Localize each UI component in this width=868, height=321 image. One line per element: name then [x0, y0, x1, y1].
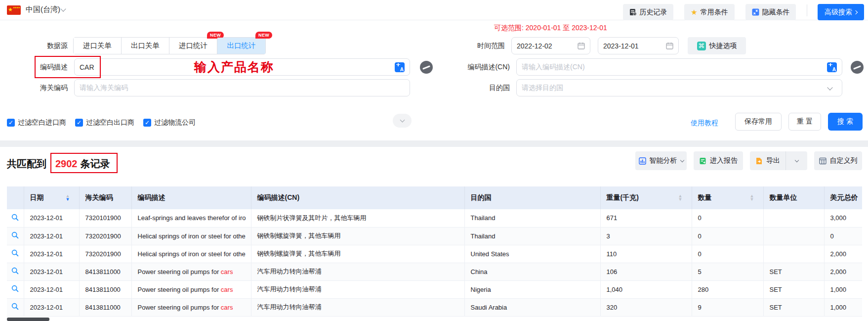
row-detail-cell[interactable]	[7, 227, 24, 245]
table-row: 2023-12-01 8413811000 Power steering oil…	[7, 280, 862, 298]
sort-date[interactable]: ▲▼	[66, 194, 70, 201]
magnifier-icon[interactable]	[11, 214, 19, 221]
magnifier-icon[interactable]	[11, 267, 19, 275]
results-count-prefix: 共匹配到	[7, 157, 46, 171]
cell-dest: Nigeria	[464, 280, 600, 298]
cell-total: 2,000	[824, 263, 862, 280]
cell-desc: Leaf-springs and leaves therefor of iro	[131, 209, 251, 227]
cell-weight: 671	[600, 209, 692, 227]
tab-import-declarations[interactable]: 进口关单	[74, 38, 122, 54]
exclude-icon[interactable]	[420, 61, 433, 74]
chevron-down-icon[interactable]	[60, 6, 66, 11]
cell-desc: Power steering oil pumps for cars	[131, 298, 251, 316]
star-icon: ★	[691, 8, 697, 16]
code-desc-cn-input[interactable]: 请输入编码描述(CN) A	[516, 58, 842, 76]
hs-code-placeholder: 请输入海关编码	[80, 84, 128, 92]
results-table: 日期 ▲▼ 海关编码 编码描述 编码描述(CN) 目的国 重量(千克) ▲▼ 数…	[7, 186, 862, 317]
quick-options-button[interactable]: ⌘ 快捷选项	[688, 37, 746, 54]
row-detail-cell[interactable]	[7, 245, 24, 263]
checkbox-checked-icon[interactable]: ✓	[7, 119, 15, 127]
start-date-input[interactable]: 2022-12-02	[511, 37, 590, 54]
cell-dest: Thailand	[464, 209, 600, 227]
smart-analysis-label: 智能分析	[650, 156, 677, 165]
enter-report-button[interactable]: 进入报告	[694, 151, 743, 170]
tab-export-declarations[interactable]: 出口关单	[122, 38, 169, 54]
results-count-suffix: 条记录	[81, 158, 110, 169]
annotation-enter-product-name: 输入产品名称	[194, 59, 274, 75]
cell-unit	[763, 209, 824, 227]
cell-desc: Power steering oil pumps for cars	[131, 280, 251, 298]
row-detail-cell[interactable]	[7, 298, 24, 316]
checkbox-checked-icon[interactable]: ✓	[75, 119, 83, 127]
cell-hs-code: 8413811000	[79, 298, 131, 316]
magnifier-icon[interactable]	[11, 285, 19, 292]
cell-qty: 280	[692, 280, 763, 298]
table-header: 日期 ▲▼ 海关编码 编码描述 编码描述(CN) 目的国 重量(千克) ▲▼ 数…	[7, 186, 862, 209]
customize-columns-button[interactable]: 自定义列	[814, 151, 862, 170]
export-dropdown-button[interactable]	[785, 151, 807, 170]
advanced-search-button[interactable]: 高级搜索	[818, 4, 864, 20]
row-detail-cell[interactable]	[7, 280, 24, 298]
tab-import-statistics[interactable]: 进口统计 NEW	[169, 38, 217, 54]
magnifier-icon[interactable]	[11, 303, 19, 310]
cell-weight: 320	[600, 298, 692, 316]
cell-dest: Saudi Arabia	[464, 298, 600, 316]
filter-blank-exporter-checkbox[interactable]: ✓ 过滤空白出口商	[75, 118, 134, 127]
cell-total: 1,000	[824, 298, 862, 316]
history-button[interactable]: 历史记录	[623, 4, 673, 20]
cell-dest: United States	[464, 245, 600, 263]
filter-blank-exporter-label: 过滤空白出口商	[86, 118, 134, 127]
tab-export-statistics[interactable]: 出口统计 NEW	[217, 38, 265, 54]
cell-unit	[763, 227, 824, 245]
end-date-input[interactable]: 2023-12-01	[598, 37, 679, 54]
cell-weight: 1,040	[600, 280, 692, 298]
cell-hs-code: 7320101900	[79, 209, 131, 227]
checkbox-checked-icon[interactable]: ✓	[143, 119, 151, 127]
cell-unit: SET	[763, 298, 824, 316]
magnifier-icon[interactable]	[11, 231, 19, 239]
data-source-label: 数据源	[18, 42, 68, 50]
save-conditions-button[interactable]: 保存常用	[735, 113, 782, 131]
horizontal-scrollbar-thumb[interactable]	[7, 318, 49, 321]
cell-desc: Power steering oil pumps for cars	[131, 263, 251, 280]
table-row: 2023-12-01 8413811000 Power steering oil…	[7, 298, 862, 316]
row-detail-cell[interactable]	[7, 263, 24, 280]
translate-icon[interactable]: A	[395, 62, 405, 72]
exclude-icon[interactable]	[851, 61, 864, 74]
chevron-down-icon	[400, 118, 405, 123]
hs-code-input[interactable]: 请输入海关编码	[74, 79, 410, 96]
col-header-unit: 数量单位	[763, 186, 824, 209]
smart-analysis-button[interactable]: 智能分析	[635, 151, 687, 170]
top-bar: ★ ★★★★ 中国(台湾) 历史记录 ★ 常用条件 隐藏条件 高级搜索	[0, 0, 868, 20]
export-button[interactable]: 导出	[750, 151, 785, 170]
quick-options-label: 快捷选项	[709, 42, 737, 50]
translate-icon[interactable]: A	[827, 62, 837, 72]
cell-unit: SET	[763, 280, 824, 298]
table-body: 2023-12-01 7320101900 Leaf-springs and l…	[7, 209, 862, 316]
results-count: 2902条记录	[55, 157, 110, 171]
cell-desc-cn: 汽车用动力转向油帮浦	[251, 298, 464, 316]
search-button[interactable]: 搜 索	[828, 113, 863, 131]
filter-blank-importer-checkbox[interactable]: ✓ 过滤空白进口商	[7, 118, 66, 127]
dest-country-select[interactable]: 请选择目的国	[516, 79, 842, 96]
reset-button[interactable]: 重 置	[788, 113, 821, 131]
magnifier-icon[interactable]	[11, 249, 19, 257]
cell-date: 2023-12-01	[24, 263, 79, 280]
cell-desc: Helical springs of iron or steel for oth…	[131, 245, 251, 263]
expand-filters-button[interactable]	[393, 114, 412, 128]
country-selector-label[interactable]: 中国(台湾)	[26, 5, 60, 14]
table-row: 2023-12-01 7320201900 Helical springs of…	[7, 245, 862, 263]
row-detail-cell[interactable]	[7, 209, 24, 227]
filter-logistics-checkbox[interactable]: ✓ 过滤物流公司	[143, 118, 196, 127]
cell-dest: Thailand	[464, 227, 600, 245]
tutorial-link[interactable]: 使用教程	[691, 119, 718, 128]
cell-date: 2023-12-01	[24, 227, 79, 245]
sort-weight[interactable]: ▲▼	[678, 194, 683, 201]
favorites-button-label: 常用条件	[701, 8, 728, 17]
sort-qty[interactable]: ▲▼	[750, 194, 754, 201]
col-header-date: 日期 ▲▼	[24, 186, 79, 209]
hs-code-label: 海关编码	[18, 84, 68, 92]
hide-conditions-button[interactable]: 隐藏条件	[745, 4, 796, 20]
cell-desc: Helical springs of iron or steel for oth…	[131, 227, 251, 245]
favorites-button[interactable]: ★ 常用条件	[684, 4, 735, 20]
